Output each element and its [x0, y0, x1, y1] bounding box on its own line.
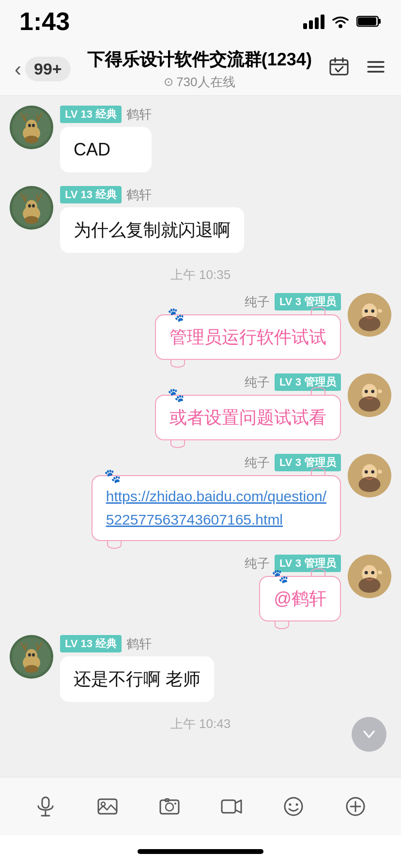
link-bubble: 🐾 https://zhidao.baidu.com/question/5225… [92, 475, 341, 541]
svg-point-19 [26, 200, 37, 214]
timestamp: 上午 10:35 [10, 266, 391, 283]
online-count: ⊙ 730人在线 [71, 74, 328, 91]
svg-point-63 [285, 798, 302, 815]
svg-point-22 [25, 216, 38, 224]
svg-point-39 [371, 470, 374, 474]
name-row: LV 13 经典 鹤轩 [60, 106, 152, 123]
avatar [10, 635, 53, 679]
level-badge: LV 13 经典 [60, 106, 122, 123]
chat-title: 下得乐设计软件交流群(1234) [71, 48, 328, 72]
username: 纯子 [245, 555, 270, 572]
svg-point-61 [174, 803, 176, 805]
message-bubble: 🐾 管理员运行软件试试 [155, 314, 341, 360]
avatar [348, 373, 391, 417]
chat-area: LV 13 经典 鹤轩 CAD [0, 96, 401, 777]
svg-point-51 [32, 653, 35, 657]
curl-decoration [107, 541, 122, 549]
svg-point-26 [365, 310, 368, 313]
svg-point-15 [32, 124, 35, 127]
curl-decoration [170, 440, 185, 448]
svg-rect-53 [42, 797, 49, 808]
avatar [348, 454, 391, 497]
svg-point-64 [289, 803, 292, 806]
curl-decoration [311, 568, 325, 576]
message-row: LV 3 管理员 纯子 🐾 或者设置问题试试看 [10, 373, 391, 440]
username: 纯子 [245, 454, 270, 471]
svg-point-20 [28, 204, 31, 208]
curl-decoration [311, 307, 325, 314]
clock-icon: ⊙ [164, 75, 173, 89]
calendar-icon[interactable] [328, 56, 350, 82]
avatar [348, 293, 391, 337]
message-bubble: 还是不行啊 老师 [60, 656, 214, 702]
microphone-button[interactable] [28, 789, 63, 824]
message-row: LV 3 管理员 纯子 🐾 @鹤轩 [10, 555, 391, 621]
back-button[interactable]: ‹ 99+ [15, 57, 71, 81]
decoration-icon: 🐾 [168, 385, 185, 405]
svg-rect-56 [98, 799, 117, 814]
message-row: LV 3 管理员 纯子 🐾 管理员运行软件试试 [10, 293, 391, 360]
level-badge: LV 3 管理员 [275, 373, 341, 391]
svg-point-33 [371, 390, 374, 393]
video-button[interactable] [214, 789, 249, 824]
name-row: LV 3 管理员 纯子 [245, 555, 341, 572]
svg-rect-3 [358, 17, 376, 25]
emoji-button[interactable] [276, 789, 311, 824]
level-badge: LV 3 管理员 [275, 454, 341, 471]
svg-point-65 [296, 803, 298, 806]
svg-rect-58 [160, 800, 179, 814]
message-content: LV 3 管理员 纯子 🐾 @鹤轩 [245, 555, 341, 621]
avatar [348, 555, 391, 598]
svg-point-49 [26, 649, 37, 663]
svg-point-16 [25, 136, 38, 143]
svg-point-38 [365, 470, 368, 474]
curl-decoration [311, 387, 325, 395]
svg-point-52 [25, 665, 38, 673]
camera-button[interactable] [152, 789, 187, 824]
scroll-down-button[interactable] [352, 717, 386, 752]
decoration-icon: 🐾 [104, 465, 121, 487]
message-bubble: 为什么复制就闪退啊 [60, 207, 244, 253]
message-content: LV 3 管理员 纯子 🐾 https://zhidao.baidu.com/q… [92, 454, 341, 541]
svg-point-50 [28, 653, 31, 657]
image-button[interactable] [90, 789, 125, 824]
home-bar [138, 849, 263, 854]
signal-icon [303, 14, 324, 29]
level-badge: LV 13 经典 [60, 635, 122, 652]
message-bubble: 🐾 @鹤轩 [259, 576, 341, 621]
avatar [10, 106, 53, 149]
name-row: LV 3 管理员 纯子 [245, 293, 341, 310]
curl-decoration [311, 467, 325, 475]
level-badge: LV 13 经典 [60, 186, 122, 203]
username: 鹤轩 [126, 636, 152, 652]
username: 鹤轩 [126, 106, 152, 123]
message-content: LV 13 经典 鹤轩 CAD [60, 106, 152, 172]
svg-point-14 [28, 124, 31, 127]
message-bubble: 🐾 或者设置问题试试看 [155, 395, 341, 440]
name-row: LV 13 经典 鹤轩 [60, 635, 214, 652]
message-content: LV 13 经典 鹤轩 为什么复制就闪退啊 [60, 186, 244, 253]
username: 纯子 [245, 294, 270, 310]
battery-icon [356, 15, 382, 28]
curl-decoration [275, 621, 289, 629]
svg-point-27 [371, 310, 374, 313]
svg-point-32 [365, 390, 368, 393]
name-row: LV 3 管理员 纯子 [245, 454, 341, 471]
menu-icon[interactable] [365, 56, 386, 82]
svg-rect-2 [378, 19, 381, 24]
status-time: 1:43 [19, 7, 70, 36]
name-row: LV 3 管理员 纯子 [245, 373, 341, 391]
message-row: LV 13 经典 鹤轩 为什么复制就闪退啊 [10, 186, 391, 253]
svg-point-0 [339, 24, 342, 28]
level-badge: LV 3 管理员 [275, 293, 341, 310]
username: 纯子 [245, 374, 270, 391]
message-link[interactable]: https://zhidao.baidu.com/question/522577… [106, 488, 326, 527]
message-row: LV 13 经典 鹤轩 还是不行啊 老师 [10, 635, 391, 702]
svg-point-21 [32, 204, 35, 208]
svg-point-45 [371, 571, 374, 574]
wifi-icon [331, 14, 350, 29]
back-chevron-icon: ‹ [15, 58, 21, 81]
unread-badge[interactable]: 99+ [25, 57, 71, 81]
message-content: LV 3 管理员 纯子 🐾 管理员运行软件试试 [155, 293, 341, 360]
add-button[interactable] [338, 789, 373, 824]
